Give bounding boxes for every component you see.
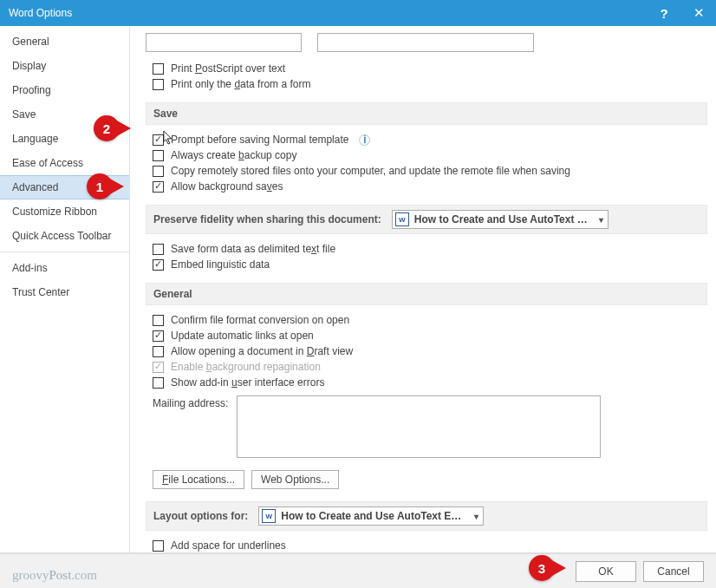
save-form-data-checkbox[interactable] xyxy=(153,244,164,255)
print-only-data-checkbox[interactable] xyxy=(153,79,164,90)
mailing-address-label: Mailing address: xyxy=(153,395,228,409)
info-icon[interactable]: i xyxy=(359,134,370,146)
web-options-button[interactable]: Web Options... xyxy=(251,470,339,489)
confirm-conversion-label: Confirm file format conversion on open xyxy=(171,314,349,326)
mailing-address-row: Mailing address: xyxy=(146,394,707,460)
titlebar: Word Options ? ✕ xyxy=(0,0,716,26)
bg-repagination-row: Enable background repagination xyxy=(146,359,707,375)
allow-draft-row[interactable]: Allow opening a document in Draft view xyxy=(146,343,707,359)
word-document-icon: W xyxy=(262,509,276,523)
bg-repagination-label: Enable background repagination xyxy=(171,361,321,373)
main-panel: Print PostScript over text Print only th… xyxy=(130,26,716,552)
print-postscript-row[interactable]: Print PostScript over text xyxy=(146,61,707,76)
partial-field-1[interactable] xyxy=(146,33,302,52)
file-locations-button[interactable]: File Locations... xyxy=(153,470,244,489)
print-only-data-label: Print only the data from a form xyxy=(171,78,310,90)
dialog-button-bar: OK Cancel xyxy=(0,553,716,588)
sidebar-item-general[interactable]: General xyxy=(0,29,129,54)
partial-field-2[interactable] xyxy=(317,33,534,52)
allow-bg-saves-row[interactable]: Allow background saves xyxy=(146,179,707,194)
sidebar-item-customize-ribbon[interactable]: Customize Ribbon xyxy=(0,199,129,224)
save-form-data-row[interactable]: Save form data as delimited text file xyxy=(146,241,707,257)
sidebar-item-language[interactable]: Language xyxy=(0,127,129,151)
dialog-body: General Display Proofing Save Language E… xyxy=(0,26,716,553)
help-button[interactable]: ? xyxy=(647,0,681,26)
backup-copy-label: Always create backup copy xyxy=(171,149,296,161)
sidebar-separator xyxy=(0,252,129,252)
confirm-conversion-row[interactable]: Confirm file format conversion on open xyxy=(146,312,707,328)
layout-options-header: Layout options for: W How to Create and … xyxy=(146,501,707,531)
preserve-fidelity-dropdown-value: How to Create and Use AutoText Entrie... xyxy=(414,213,592,225)
addin-errors-checkbox[interactable] xyxy=(153,377,164,389)
embed-linguistic-row[interactable]: Embed linguistic data xyxy=(146,257,707,272)
layout-options-label: Layout options for: xyxy=(153,510,248,522)
save-form-data-label: Save form data as delimited text file xyxy=(171,243,335,255)
partial-top-row xyxy=(146,33,707,52)
update-links-row[interactable]: Update automatic links at open xyxy=(146,328,707,343)
word-document-icon: W xyxy=(395,212,409,226)
confirm-conversion-checkbox[interactable] xyxy=(153,315,164,326)
sidebar-item-add-ins[interactable]: Add-ins xyxy=(0,256,129,280)
sidebar: General Display Proofing Save Language E… xyxy=(0,26,130,552)
allow-draft-label: Allow opening a document in Draft view xyxy=(171,345,353,357)
layout-options-dropdown-value: How to Create and Use AutoText Entrie... xyxy=(281,510,467,522)
update-links-label: Update automatic links at open xyxy=(171,330,314,342)
add-space-underlines-label: Add space for underlines xyxy=(171,539,286,552)
web-options-label: Web Options... xyxy=(261,474,329,486)
layout-options-document-dropdown[interactable]: W How to Create and Use AutoText Entrie.… xyxy=(258,506,484,526)
allow-bg-saves-label: Allow background saves xyxy=(171,180,283,193)
addin-errors-row[interactable]: Show add-in user interface errors xyxy=(146,375,707,390)
preserve-fidelity-header: Preserve fidelity when sharing this docu… xyxy=(146,205,707,234)
sidebar-item-display[interactable]: Display xyxy=(0,54,129,78)
chevron-down-icon: ▾ xyxy=(597,215,605,225)
window-title: Word Options xyxy=(9,7,647,19)
preserve-fidelity-document-dropdown[interactable]: W How to Create and Use AutoText Entrie.… xyxy=(392,210,609,229)
copy-remote-checkbox[interactable] xyxy=(153,166,164,177)
ok-button[interactable]: OK xyxy=(576,561,636,582)
sidebar-item-advanced[interactable]: Advanced xyxy=(0,175,129,199)
addin-errors-label: Show add-in user interface errors xyxy=(171,376,324,389)
copy-remote-label: Copy remotely stored files onto your com… xyxy=(171,165,570,177)
embed-linguistic-checkbox[interactable] xyxy=(153,259,164,271)
sidebar-item-trust-center[interactable]: Trust Center xyxy=(0,280,129,304)
backup-copy-row[interactable]: Always create backup copy xyxy=(146,147,707,163)
prompt-normal-template-checkbox[interactable] xyxy=(153,134,164,146)
sidebar-item-ease-of-access[interactable]: Ease of Access xyxy=(0,151,129,175)
mailing-address-textarea[interactable] xyxy=(237,395,601,458)
add-space-underlines-checkbox[interactable] xyxy=(153,540,164,552)
prompt-normal-template-label: Prompt before saving Normal template xyxy=(171,134,348,146)
sidebar-item-quick-access-toolbar[interactable]: Quick Access Toolbar xyxy=(0,224,129,248)
general-section-header: General xyxy=(146,283,707,305)
update-links-checkbox[interactable] xyxy=(153,330,164,342)
chevron-down-icon: ▾ xyxy=(472,512,480,521)
file-locations-label: ile Locations... xyxy=(168,474,235,486)
scroll-pane[interactable]: Print PostScript over text Print only th… xyxy=(130,26,716,552)
allow-bg-saves-checkbox[interactable] xyxy=(153,181,164,193)
save-section-header: Save xyxy=(146,102,707,125)
close-button[interactable]: ✕ xyxy=(681,0,716,26)
add-space-underlines-row[interactable]: Add space for underlines xyxy=(146,538,707,552)
bg-repagination-checkbox xyxy=(153,362,164,373)
print-only-data-row[interactable]: Print only the data from a form xyxy=(146,76,707,92)
sidebar-item-proofing[interactable]: Proofing xyxy=(0,78,129,102)
backup-copy-checkbox[interactable] xyxy=(153,150,164,161)
print-postscript-label: Print PostScript over text xyxy=(171,62,285,75)
print-postscript-checkbox[interactable] xyxy=(153,63,164,75)
embed-linguistic-label: Embed linguistic data xyxy=(171,258,270,271)
copy-remote-row[interactable]: Copy remotely stored files onto your com… xyxy=(146,163,707,179)
general-buttons-row: File Locations... Web Options... xyxy=(146,460,707,491)
prompt-normal-template-row[interactable]: Prompt before saving Normal template i xyxy=(146,132,707,147)
cancel-button[interactable]: Cancel xyxy=(643,561,704,582)
allow-draft-checkbox[interactable] xyxy=(153,346,164,357)
sidebar-item-save[interactable]: Save xyxy=(0,102,129,127)
preserve-fidelity-label: Preserve fidelity when sharing this docu… xyxy=(153,213,381,225)
